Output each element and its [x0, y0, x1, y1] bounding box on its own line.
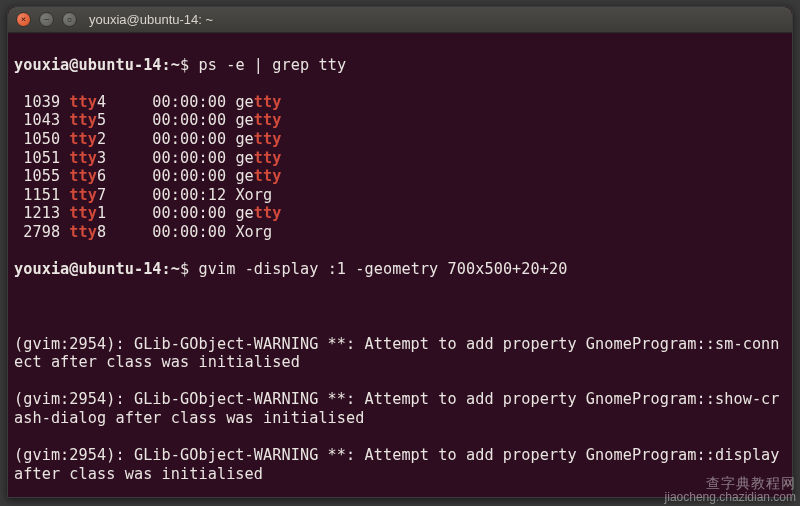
ps-row: 1055 tty6 00:00:00 getty	[14, 167, 786, 186]
tty-match: tty	[69, 93, 97, 111]
tty-match: tty	[69, 186, 97, 204]
pid: 1050	[14, 130, 69, 148]
pid: 1051	[14, 149, 69, 167]
tty-num: 1	[97, 204, 106, 222]
maximize-icon[interactable]: ▫	[62, 12, 77, 27]
blank-line	[14, 372, 786, 391]
prompt-user-host: youxia@ubuntu-14	[14, 56, 162, 74]
tty-match: tty	[69, 130, 97, 148]
minimize-icon[interactable]: –	[39, 12, 54, 27]
row-rest: 00:00:00 Xorg	[106, 223, 272, 241]
close-icon[interactable]: ×	[16, 12, 31, 27]
tty-match: tty	[69, 167, 97, 185]
pid: 1055	[14, 167, 69, 185]
prompt-line-2: youxia@ubuntu-14:~$ gvim -display :1 -ge…	[14, 260, 786, 279]
warning-line: (gvim:2954): GLib-GObject-WARNING **: At…	[14, 335, 786, 372]
tty-match: tty	[254, 130, 282, 148]
command-arg: tty	[318, 56, 346, 74]
prompt-sep: :	[162, 260, 171, 278]
tty-num: 5	[97, 111, 106, 129]
row-rest: 00:00:00 ge	[106, 93, 254, 111]
prompt-line-1: youxia@ubuntu-14:~$ ps -e | grep tty	[14, 56, 786, 75]
tty-num: 8	[97, 223, 106, 241]
watermark-line-1: 查字典教程网	[665, 476, 796, 490]
prompt-user-host: youxia@ubuntu-14	[14, 260, 162, 278]
tty-match: tty	[254, 167, 282, 185]
row-rest: 00:00:00 ge	[106, 167, 254, 185]
prompt-dollar: $	[180, 260, 189, 278]
pid: 2798	[14, 223, 69, 241]
watermark: 查字典教程网 jiaocheng.chazidian.com	[665, 476, 796, 504]
tty-match: tty	[69, 149, 97, 167]
blank-line	[14, 297, 786, 316]
tty-match: tty	[254, 204, 282, 222]
terminal-window: × – ▫ youxia@ubuntu-14: ~ youxia@ubuntu-…	[7, 6, 793, 498]
ps-row: 2798 tty8 00:00:00 Xorg	[14, 223, 786, 242]
ps-row: 1050 tty2 00:00:00 getty	[14, 130, 786, 149]
prompt-sep: :	[162, 56, 171, 74]
pid: 1039	[14, 93, 69, 111]
command-text: ps -e | grep	[199, 56, 319, 74]
tty-num: 7	[97, 186, 106, 204]
prompt-dollar: $	[180, 56, 189, 74]
row-rest: 00:00:00 ge	[106, 204, 254, 222]
tty-match: tty	[254, 93, 282, 111]
warning-output: (gvim:2954): GLib-GObject-WARNING **: At…	[14, 335, 786, 499]
warning-line: (gvim:2954): GLib-GObject-WARNING **: At…	[14, 390, 786, 427]
tty-match: tty	[69, 204, 97, 222]
tty-match: tty	[254, 149, 282, 167]
prompt-path: ~	[171, 260, 180, 278]
pid: 1151	[14, 186, 69, 204]
row-rest: 00:00:12 Xorg	[106, 186, 272, 204]
tty-num: 6	[97, 167, 106, 185]
pid: 1043	[14, 111, 69, 129]
ps-output: 1039 tty4 00:00:00 getty 1043 tty5 00:00…	[14, 93, 786, 242]
ps-row: 1039 tty4 00:00:00 getty	[14, 93, 786, 112]
tty-match: tty	[69, 111, 97, 129]
window-title: youxia@ubuntu-14: ~	[89, 12, 213, 27]
tty-num: 3	[97, 149, 106, 167]
row-rest: 00:00:00 ge	[106, 111, 254, 129]
row-rest: 00:00:00 ge	[106, 130, 254, 148]
ps-row: 1043 tty5 00:00:00 getty	[14, 111, 786, 130]
title-bar[interactable]: × – ▫ youxia@ubuntu-14: ~	[8, 7, 792, 33]
ps-row: 1051 tty3 00:00:00 getty	[14, 149, 786, 168]
tty-match: tty	[254, 111, 282, 129]
blank-line	[14, 427, 786, 446]
tty-num: 2	[97, 130, 106, 148]
ps-row: 1213 tty1 00:00:00 getty	[14, 204, 786, 223]
terminal-body[interactable]: youxia@ubuntu-14:~$ ps -e | grep tty 103…	[8, 33, 792, 498]
watermark-line-2: jiaocheng.chazidian.com	[665, 490, 796, 504]
tty-match: tty	[69, 223, 97, 241]
tty-num: 4	[97, 93, 106, 111]
row-rest: 00:00:00 ge	[106, 149, 254, 167]
command-text: gvim -display :1 -geometry 700x500+20+20	[199, 260, 568, 278]
ps-row: 1151 tty7 00:00:12 Xorg	[14, 186, 786, 205]
pid: 1213	[14, 204, 69, 222]
prompt-path: ~	[171, 56, 180, 74]
